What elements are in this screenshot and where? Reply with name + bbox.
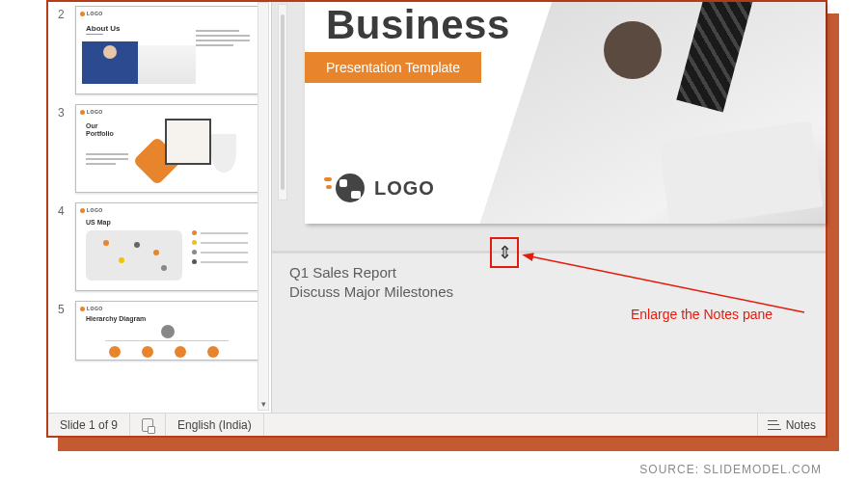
thumbnail-preview[interactable]: LOGO Hierarchy Diagram (75, 301, 258, 361)
notes-text[interactable]: Q1 Sales Report Discuss Major Milestones (289, 263, 808, 303)
slide-photo-hand (604, 21, 662, 79)
notes-pane[interactable]: Q1 Sales Report Discuss Major Milestones (272, 254, 826, 413)
thumbnail-scrollbar[interactable]: ▾ (258, 2, 269, 411)
slide-logo-text: LOGO (374, 177, 435, 200)
notes-icon (768, 420, 781, 430)
thumbnail-title: Our Portfolio (86, 122, 114, 137)
thumbnail-preview[interactable]: LOGO Our Portfolio (75, 104, 258, 193)
notes-toggle-button[interactable]: Notes (757, 414, 826, 436)
globe-icon (332, 172, 365, 204)
thumbnail-title: US Map (86, 219, 111, 226)
thumbnail-number: 5 (58, 301, 71, 316)
thumbnail-item[interactable]: 2 LOGO About Us (48, 2, 271, 100)
logo-icon (80, 12, 85, 16)
slide-logo[interactable]: LOGO (332, 172, 435, 204)
source-attribution: SOURCE: SLIDEMODEL.COM (639, 463, 822, 476)
editor-scrollbar[interactable] (278, 4, 287, 201)
slide-counter[interactable]: Slide 1 of 9 (48, 414, 130, 436)
scroll-down-icon[interactable]: ▾ (258, 398, 268, 410)
thumbnail-number: 2 (58, 6, 71, 21)
logo-icon (80, 110, 85, 115)
thumbnail-item[interactable]: 3 LOGO Our Portfolio (48, 100, 271, 199)
thumbnail-preview[interactable]: LOGO About Us (75, 6, 258, 94)
logo-icon (80, 307, 85, 311)
thumbnail-title: About Us (86, 24, 121, 33)
language-button[interactable]: English (India) (166, 414, 264, 436)
accessibility-icon (142, 418, 153, 432)
annotation-resize-highlight: ⇕ (490, 237, 519, 268)
slide-canvas[interactable]: Business Presentation Template LOGO (305, 2, 826, 224)
slide-title[interactable]: Business (326, 2, 510, 48)
accessibility-button[interactable] (130, 414, 166, 436)
logo-icon (80, 208, 85, 213)
annotation-callout: Enlarge the Notes pane (631, 307, 773, 322)
thumbnail-title: Hierarchy Diagram (86, 315, 146, 322)
thumbnail-number: 4 (58, 202, 71, 218)
thumbnail-number: 3 (58, 104, 71, 120)
resize-vertical-icon: ⇕ (498, 242, 512, 263)
status-bar: Slide 1 of 9 English (India) Notes (48, 413, 826, 436)
powerpoint-window: 2 LOGO About Us 3 LOGO Our Portfolio 4 L… (46, 0, 827, 438)
thumbnail-item[interactable]: 4 LOGO US Map (48, 199, 271, 297)
editor-area: Business Presentation Template LOGO Q1 S… (272, 2, 826, 413)
thumbnail-item[interactable]: 5 LOGO Hierarchy Diagram (48, 297, 271, 366)
slide-thumbnail-rail[interactable]: 2 LOGO About Us 3 LOGO Our Portfolio 4 L… (48, 2, 272, 413)
slide-subtitle[interactable]: Presentation Template (305, 52, 481, 83)
thumbnail-preview[interactable]: LOGO US Map (75, 202, 258, 291)
